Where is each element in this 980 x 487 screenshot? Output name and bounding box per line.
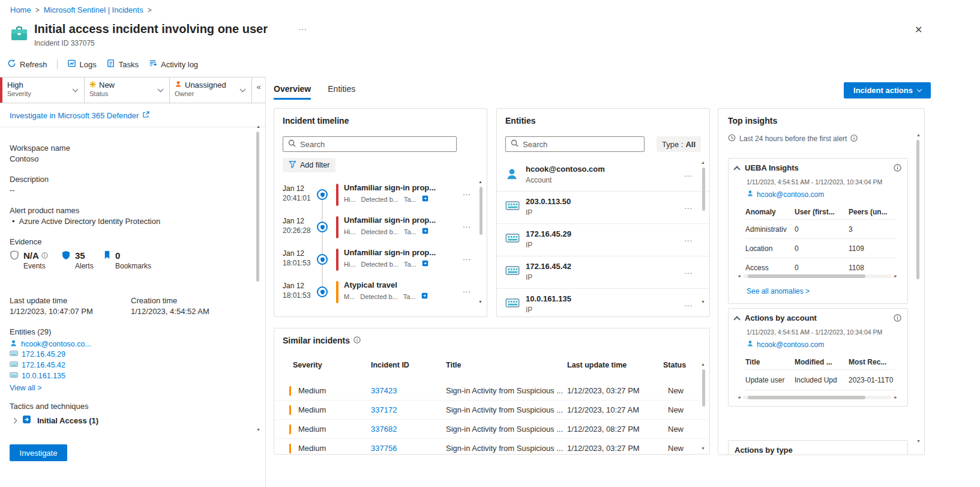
more-button[interactable]: ... (684, 267, 693, 276)
see-all-anomalies-link[interactable]: See all anomalies > (747, 287, 810, 295)
incident-id-link[interactable]: 337423 (371, 386, 397, 395)
more-button[interactable]: ... (463, 220, 471, 229)
type-filter[interactable]: Type : All (657, 136, 701, 152)
scrollbar-thumb[interactable] (702, 369, 705, 407)
actions-account[interactable]: hcook@contoso.com (747, 340, 824, 349)
logs-button[interactable]: Logs (67, 59, 97, 70)
timeline-item[interactable]: Jan 1220:41:01 Unfamiliar sign-in prop..… (274, 178, 487, 211)
column-last-update[interactable]: Last update time (567, 361, 627, 369)
incident-actions-button[interactable]: Incident actions (844, 82, 931, 98)
entity-link-ip[interactable]: 172.16.45.29 (10, 350, 65, 358)
collapse-panel-button[interactable]: « (252, 77, 265, 103)
incident-id-link[interactable]: 337756 (371, 444, 397, 453)
breadcrumb-sentinel-incidents[interactable]: Microsoft Sentinel | Incidents (44, 5, 143, 14)
horizontal-scrollbar[interactable]: ◄ ► (737, 395, 898, 399)
severity-dropdown[interactable]: High Severity (0, 77, 85, 103)
entity-link-ip[interactable]: 172.16.45.42 (10, 361, 65, 369)
incident-id-link[interactable]: 337682 (371, 425, 397, 434)
refresh-button[interactable]: Refresh (7, 59, 47, 70)
status-dropdown[interactable]: New Status (85, 77, 170, 103)
entities-search[interactable] (505, 136, 645, 152)
ueba-insights-header[interactable]: UEBA Insights (735, 163, 799, 172)
scroll-left-arrow[interactable]: ◄ (737, 395, 741, 399)
title-more-button[interactable]: ... (299, 23, 307, 32)
entity-row-ip[interactable]: 172.16.45.42 IP ... (497, 256, 709, 289)
search-input[interactable] (523, 140, 639, 149)
scroll-right-arrow[interactable]: ► (894, 395, 898, 399)
scroll-down-arrow[interactable]: ▼ (701, 446, 705, 450)
info-icon[interactable] (894, 164, 901, 174)
tactic-initial-access[interactable]: Initial Access (1) (12, 415, 98, 426)
search-input[interactable] (300, 140, 451, 149)
scroll-up-arrow[interactable]: ▲ (256, 124, 260, 129)
collapse-chevron-icon[interactable] (733, 166, 740, 172)
close-icon[interactable]: ✕ (913, 23, 924, 37)
timeline-item[interactable]: Jan 1218:01:53 Atypical travel M... Dete… (274, 276, 487, 308)
scrollbar-thumb[interactable] (748, 274, 865, 278)
more-button[interactable]: ... (463, 253, 471, 262)
entity-link-ip[interactable]: 10.0.161.135 (10, 372, 65, 380)
collapse-chevron-icon[interactable] (733, 316, 740, 322)
entity-row-ip[interactable]: 203.0.113.50 IP ... (497, 192, 709, 224)
scrollbar-thumb[interactable] (256, 132, 259, 282)
scroll-down-arrow[interactable]: ▼ (478, 300, 482, 304)
tactic-icon (422, 195, 428, 203)
column-incident-id[interactable]: Incident ID (371, 361, 409, 369)
breadcrumb-home[interactable]: Home (10, 5, 31, 14)
scroll-down-arrow[interactable]: ▼ (701, 300, 705, 304)
defender-link[interactable]: Investigate in Microsoft 365 Defender (10, 111, 149, 120)
scroll-up-arrow[interactable]: ▲ (916, 133, 921, 137)
scroll-left-arrow[interactable]: ◄ (737, 274, 741, 278)
entity-row-ip[interactable]: 10.0.161.135 IP ... (497, 289, 709, 317)
timeline-search[interactable] (283, 136, 457, 152)
add-filter-button[interactable]: Add filter (283, 158, 335, 172)
investigate-button[interactable]: Investigate (10, 444, 67, 461)
scroll-up-arrow[interactable]: ▲ (478, 180, 482, 184)
ueba-account[interactable]: hcook@contoso.com (747, 190, 824, 199)
horizontal-scrollbar[interactable]: ◄ ► (737, 274, 898, 278)
tab-overview[interactable]: Overview (274, 84, 311, 100)
similar-incident-row[interactable]: Medium 337682 Sign-in Activity from Susp… (274, 420, 709, 439)
scrollbar-thumb[interactable] (916, 140, 919, 279)
timeline-item[interactable]: Jan 1220:26:28 Unfamiliar sign-in prop..… (274, 211, 487, 243)
column-severity[interactable]: Severity (293, 361, 322, 369)
more-button[interactable]: ... (463, 285, 471, 294)
info-icon[interactable] (850, 135, 858, 144)
tasks-button[interactable]: Tasks (106, 59, 139, 70)
column-title[interactable]: Title (446, 361, 461, 369)
insights-timeframe: Last 24 hours before the first alert (728, 134, 858, 144)
scroll-up-arrow[interactable]: ▲ (701, 160, 705, 165)
tab-entities[interactable]: Entities (328, 84, 355, 100)
actions-by-account-header[interactable]: Actions by account (735, 313, 817, 322)
similar-incident-row[interactable]: Medium 337756 Sign-in Activity from Susp… (274, 439, 709, 455)
view-all-entities-link[interactable]: View all > (10, 384, 42, 392)
more-button[interactable]: ... (684, 169, 693, 178)
expand-chevron-icon[interactable] (11, 417, 17, 423)
owner-dropdown[interactable]: Unassigned Owner (170, 77, 252, 103)
activity-log-button[interactable]: Activity log (148, 59, 198, 70)
more-button[interactable]: ... (684, 234, 693, 243)
entity-link-account[interactable]: hcook@contoso.co... (10, 339, 91, 349)
more-button[interactable]: ... (684, 299, 693, 308)
scroll-down-arrow[interactable]: ▼ (256, 428, 260, 432)
info-icon[interactable] (353, 336, 361, 345)
scrollbar-thumb[interactable] (479, 187, 482, 235)
scroll-right-arrow[interactable]: ► (894, 274, 898, 278)
similar-incident-row[interactable]: Medium 337172 Sign-in Activity from Susp… (274, 401, 709, 420)
info-icon[interactable] (41, 250, 48, 261)
info-icon[interactable] (894, 314, 901, 324)
column-status[interactable]: Status (663, 361, 686, 369)
entity-row-ip[interactable]: 172.16.45.29 IP ... (497, 224, 709, 256)
scrollbar-thumb[interactable] (748, 396, 865, 399)
scroll-up-arrow[interactable]: ▲ (701, 362, 705, 366)
similar-incident-row[interactable]: Medium 337423 Sign-in Activity from Susp… (274, 381, 709, 401)
incident-id-link[interactable]: 337172 (371, 405, 397, 414)
timeline-item[interactable]: Jan 1218:01:53 Unfamiliar sign-in prop..… (274, 243, 487, 276)
actions-by-type-header[interactable]: Actions by type (735, 446, 793, 455)
workspace-label: Workspace name (10, 144, 70, 153)
more-button[interactable]: ... (684, 202, 693, 211)
more-button[interactable]: ... (463, 188, 471, 197)
entity-row-account[interactable]: hcook@contoso.com Account ... (497, 159, 709, 192)
scroll-down-arrow[interactable]: ▼ (916, 439, 921, 443)
scrollbar-thumb[interactable] (702, 168, 705, 211)
